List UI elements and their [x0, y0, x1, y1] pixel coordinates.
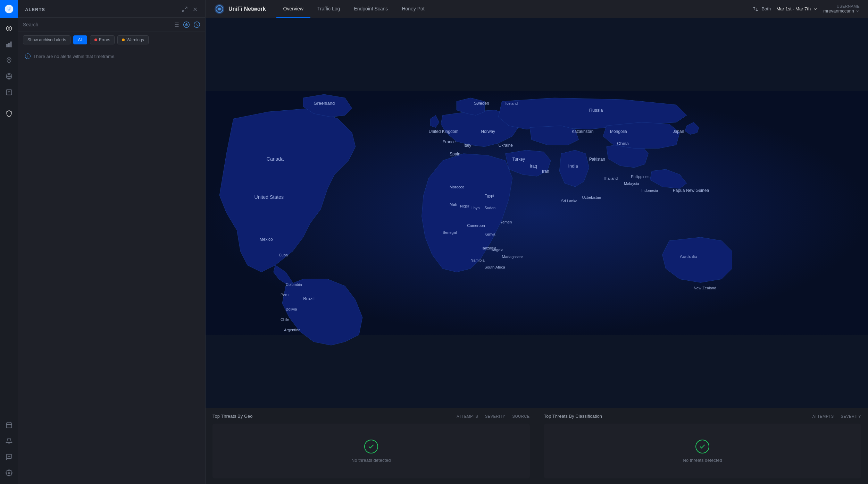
stats-header-geo: Top Threats By Geo Attempts Severity Sou… [212, 414, 530, 419]
sidebar-item-overview[interactable] [1, 69, 17, 84]
alerts-search-icons [173, 21, 200, 28]
country-label-uzbk: Uzbekistan [582, 195, 601, 199]
country-label-russia: Russia [589, 108, 603, 113]
list-icon[interactable] [173, 21, 180, 28]
sidebar-item-statistics[interactable] [1, 37, 17, 52]
svg-point-12 [9, 456, 9, 457]
close-icon[interactable] [192, 6, 198, 12]
unifi-logo-icon [214, 3, 225, 15]
svg-line-16 [182, 10, 184, 12]
sidebar-item-home[interactable] [1, 21, 17, 36]
filter-errors-button[interactable]: Errors [90, 35, 115, 44]
switch-label: Both [761, 6, 771, 11]
country-label-morocco: Morocco [450, 185, 464, 189]
country-label-senegal: Senegal [443, 230, 457, 235]
filter-all-button[interactable]: All [73, 35, 87, 44]
tab-honey-pot[interactable]: Honey Pot [395, 0, 431, 18]
filter-icon-1[interactable] [183, 21, 190, 28]
col-attempts-class: Attempts [812, 414, 834, 418]
alerts-header: ALERTS [18, 0, 205, 18]
country-label-china: China [617, 141, 629, 146]
country-label-peru: Peru [281, 293, 289, 297]
svg-line-15 [185, 7, 187, 9]
country-label-mongolia: Mongolia [610, 129, 627, 134]
alerts-empty-state: i There are no alerts within that timefr… [18, 48, 205, 65]
country-label-norway: Norway [481, 129, 495, 134]
expand-icon[interactable] [182, 6, 188, 12]
ubiquiti-logo-icon: U [4, 4, 14, 14]
sidebar-item-schedule[interactable] [1, 417, 17, 433]
check-icon-class [699, 443, 706, 450]
sidebar-item-notifications[interactable] [1, 433, 17, 449]
sidebar-item-reports[interactable] [1, 85, 17, 100]
country-label-iceland: Iceland [506, 101, 518, 105]
topbar-logo[interactable]: UniFi Network [214, 3, 266, 15]
stats-title-geo: Top Threats By Geo [212, 414, 252, 419]
tab-overview[interactable]: Overview [276, 0, 310, 18]
alerts-filter-row: Show archived alerts All Errors Warnings [18, 32, 205, 48]
user-chevron-icon [856, 9, 860, 13]
country-label-france: France [443, 139, 456, 144]
col-severity-geo: Severity [485, 414, 505, 418]
svg-rect-5 [8, 43, 9, 47]
main-content: UniFi Network Overview Traffic Log Endpo… [206, 0, 868, 484]
topbar-left: UniFi Network Overview Traffic Log Endpo… [214, 0, 432, 18]
sidebar-item-security[interactable] [1, 106, 17, 121]
country-label-india: India [568, 163, 578, 169]
switch-toggle[interactable]: Both [752, 6, 771, 12]
country-label-uk: United Kingdom [429, 129, 459, 134]
tab-traffic-log[interactable]: Traffic Log [310, 0, 347, 18]
country-label-kazakhstan: Kazakhstan [571, 129, 593, 134]
country-label-iran: Iran [542, 169, 549, 174]
svg-rect-9 [6, 90, 11, 95]
svg-point-7 [8, 59, 9, 60]
filter-icon-2[interactable] [193, 21, 200, 28]
country-label-nz: New Zealand [694, 286, 716, 290]
country-label-turkey: Turkey [512, 157, 525, 162]
stats-section-classification: Top Threats By Classification Attempts S… [537, 408, 868, 484]
filter-warnings-button[interactable]: Warnings [117, 35, 148, 44]
tab-endpoint-scans[interactable]: Endpoint Scans [347, 0, 395, 18]
date-range-picker[interactable]: Mar 1st - Mar 7th [776, 6, 818, 11]
user-label: USERNAME [823, 4, 860, 8]
topbar: UniFi Network Overview Traffic Log Endpo… [206, 0, 868, 18]
no-threats-text-class: No threats detected [683, 458, 722, 463]
country-label-argentina: Argentina [284, 328, 301, 332]
sidebar-item-messages[interactable] [1, 449, 17, 465]
country-label-philippines: Philippines [631, 175, 650, 179]
col-attempts-geo: Attempts [457, 414, 478, 418]
country-label-niger: Niger [460, 204, 469, 208]
map-area: Canada United States Mexico Cuba Brazil … [206, 18, 868, 408]
country-label-indonesia: Indonesia [641, 188, 658, 193]
svg-rect-10 [6, 423, 11, 428]
alerts-title: ALERTS [25, 7, 45, 12]
sidebar-divider [3, 103, 15, 103]
alerts-header-icons [182, 6, 198, 12]
date-range-text: Mar 1st - Mar 7th [776, 6, 811, 11]
empty-message: There are no alerts within that timefram… [33, 54, 116, 59]
show-archived-button[interactable]: Show archived alerts [23, 35, 70, 44]
svg-point-14 [8, 472, 10, 474]
user-info[interactable]: USERNAME mrevanmccann [823, 4, 860, 14]
country-label-germany: Italy [464, 143, 471, 148]
stats-header-classification: Top Threats By Classification Attempts S… [544, 414, 861, 419]
no-threats-geo: No threats detected [212, 424, 530, 478]
check-icon-geo [368, 443, 375, 450]
country-label-chile: Chile [281, 317, 289, 322]
chevron-down-icon [813, 7, 818, 11]
country-label-greenland: Greenland [314, 101, 335, 106]
sidebar-item-location[interactable] [1, 53, 17, 68]
check-circle-class [695, 440, 709, 453]
country-label-thailand: Thailand [603, 176, 618, 180]
svg-point-3 [8, 28, 10, 29]
search-input[interactable] [23, 22, 170, 27]
country-label-iraq: Iraq [530, 164, 537, 169]
col-source-geo: Source [512, 414, 529, 418]
sidebar-logo[interactable]: U [0, 0, 18, 18]
check-circle-geo [364, 440, 378, 453]
country-label-colombia: Colombia [286, 282, 302, 287]
sidebar-item-settings[interactable] [1, 465, 17, 481]
error-dot [94, 39, 97, 41]
warning-dot [122, 39, 125, 41]
world-map-svg: Canada United States Mexico Cuba Brazil … [206, 18, 868, 408]
